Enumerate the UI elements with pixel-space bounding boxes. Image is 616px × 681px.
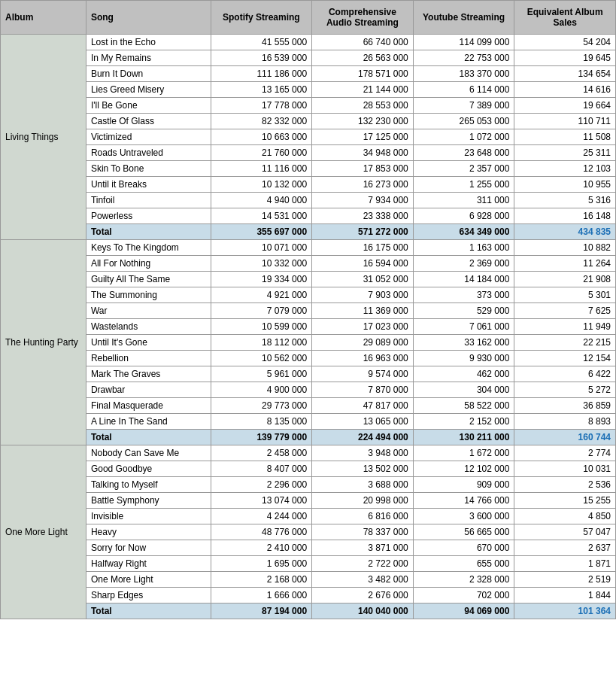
equivalent-cell: 19 645	[514, 50, 616, 66]
youtube-cell: 56 665 000	[413, 524, 514, 540]
spotify-cell: 10 599 000	[211, 319, 312, 335]
song-cell: Tinfoil	[86, 193, 211, 208]
equivalent-cell: 21 908	[514, 272, 616, 287]
table-row: A Line In The Sand8 135 00013 065 0002 1…	[1, 414, 616, 430]
comprehensive-cell: 26 563 000	[312, 50, 414, 66]
table-row: Heavy48 776 00078 337 00056 665 00057 04…	[1, 524, 616, 540]
comprehensive-cell: 3 482 000	[312, 572, 414, 588]
equivalent-header: Equivalent Album Sales	[514, 1, 616, 35]
song-cell: Sorry for Now	[86, 540, 211, 556]
equivalent-cell: 19 664	[514, 98, 616, 114]
youtube-cell: 373 000	[413, 287, 514, 303]
youtube-cell: 1 672 000	[413, 445, 514, 461]
comprehensive-cell: 9 574 000	[312, 366, 414, 382]
song-cell: Rebellion	[86, 351, 211, 366]
youtube-cell: 2 357 000	[413, 161, 514, 177]
equivalent-cell: 57 047	[514, 524, 616, 540]
album-header: Album	[1, 1, 86, 35]
total-youtube: 94 069 000	[413, 603, 514, 619]
album-cell: One More Light	[1, 445, 86, 619]
spotify-cell: 1 666 000	[211, 588, 312, 603]
table-row: Good Goodbye8 407 00013 502 00012 102 00…	[1, 461, 616, 477]
youtube-cell: 7 389 000	[413, 98, 514, 114]
table-row: Until It's Gone18 112 00029 089 00033 16…	[1, 335, 616, 351]
comprehensive-cell: 13 065 000	[312, 414, 414, 430]
song-header: Song	[86, 1, 211, 35]
spotify-cell: 8 135 000	[211, 414, 312, 430]
table-row: One More LightNobody Can Save Me2 458 00…	[1, 445, 616, 461]
song-cell: I'll Be Gone	[86, 98, 211, 114]
youtube-cell: 311 000	[413, 193, 514, 208]
youtube-cell: 2 369 000	[413, 256, 514, 272]
total-comprehensive: 224 494 000	[312, 430, 414, 445]
table-row: Final Masquerade29 773 00047 817 00058 5…	[1, 398, 616, 414]
total-equivalent: 101 364	[514, 603, 616, 619]
album-cell: The Hunting Party	[1, 240, 86, 445]
song-cell: Skin To Bone	[86, 161, 211, 177]
song-cell: One More Light	[86, 572, 211, 588]
equivalent-cell: 2 774	[514, 445, 616, 461]
comprehensive-cell: 2 722 000	[312, 556, 414, 572]
spotify-cell: 10 071 000	[211, 240, 312, 256]
equivalent-cell: 10 955	[514, 177, 616, 193]
spotify-cell: 10 663 000	[211, 129, 312, 145]
table-row: Rebellion10 562 00016 963 0009 930 00012…	[1, 351, 616, 366]
youtube-cell: 6 114 000	[413, 82, 514, 98]
youtube-cell: 1 072 000	[413, 129, 514, 145]
equivalent-cell: 5 316	[514, 193, 616, 208]
equivalent-cell: 2 637	[514, 540, 616, 556]
spotify-cell: 10 132 000	[211, 177, 312, 193]
spotify-cell: 4 940 000	[211, 193, 312, 208]
total-youtube: 634 349 000	[413, 224, 514, 240]
song-cell: Lost in the Echo	[86, 35, 211, 50]
total-label: Total	[86, 224, 211, 240]
comprehensive-cell: 7 870 000	[312, 382, 414, 398]
table-row: Wastelands10 599 00017 023 0007 061 0001…	[1, 319, 616, 335]
comprehensive-cell: 78 337 000	[312, 524, 414, 540]
table-row: Victimized10 663 00017 125 0001 072 0001…	[1, 129, 616, 145]
table-row: In My Remains16 539 00026 563 00022 753 …	[1, 50, 616, 66]
comprehensive-cell: 17 125 000	[312, 129, 414, 145]
total-label: Total	[86, 430, 211, 445]
song-cell: All For Nothing	[86, 256, 211, 272]
song-cell: Wastelands	[86, 319, 211, 335]
equivalent-cell: 14 616	[514, 82, 616, 98]
song-cell: Until it Breaks	[86, 177, 211, 193]
spotify-cell: 18 112 000	[211, 335, 312, 351]
comprehensive-cell: 34 948 000	[312, 145, 414, 161]
table-row: Talking to Myself2 296 0003 688 000909 0…	[1, 477, 616, 493]
equivalent-cell: 11 508	[514, 129, 616, 145]
equivalent-cell: 12 103	[514, 161, 616, 177]
table-row: Invisible4 244 0006 816 0003 600 0004 85…	[1, 509, 616, 524]
table-row: All For Nothing10 332 00016 594 0002 369…	[1, 256, 616, 272]
youtube-cell: 23 648 000	[413, 145, 514, 161]
total-label: Total	[86, 603, 211, 619]
equivalent-cell: 7 625	[514, 303, 616, 319]
youtube-cell: 265 053 000	[413, 114, 514, 129]
equivalent-cell: 1 871	[514, 556, 616, 572]
spotify-cell: 19 334 000	[211, 272, 312, 287]
youtube-cell: 1 255 000	[413, 177, 514, 193]
youtube-cell: 304 000	[413, 382, 514, 398]
song-cell: Battle Symphony	[86, 493, 211, 509]
main-table-wrapper: Album Song Spotify Streaming Comprehensi…	[0, 0, 616, 619]
comprehensive-cell: 3 948 000	[312, 445, 414, 461]
spotify-cell: 17 778 000	[211, 98, 312, 114]
total-equivalent: 434 835	[514, 224, 616, 240]
equivalent-cell: 10 882	[514, 240, 616, 256]
spotify-cell: 4 921 000	[211, 287, 312, 303]
spotify-cell: 10 332 000	[211, 256, 312, 272]
streaming-data-table: Album Song Spotify Streaming Comprehensi…	[0, 0, 616, 619]
song-cell: Heavy	[86, 524, 211, 540]
youtube-cell: 2 328 000	[413, 572, 514, 588]
total-comprehensive: 140 040 000	[312, 603, 414, 619]
equivalent-cell: 1 844	[514, 588, 616, 603]
table-row: The Hunting PartyKeys To The Kingdom10 0…	[1, 240, 616, 256]
song-cell: Guilty All The Same	[86, 272, 211, 287]
equivalent-cell: 5 301	[514, 287, 616, 303]
comprehensive-cell: 7 934 000	[312, 193, 414, 208]
comprehensive-cell: 6 816 000	[312, 509, 414, 524]
song-cell: Drawbar	[86, 382, 211, 398]
comprehensive-cell: 3 688 000	[312, 477, 414, 493]
song-cell: Sharp Edges	[86, 588, 211, 603]
